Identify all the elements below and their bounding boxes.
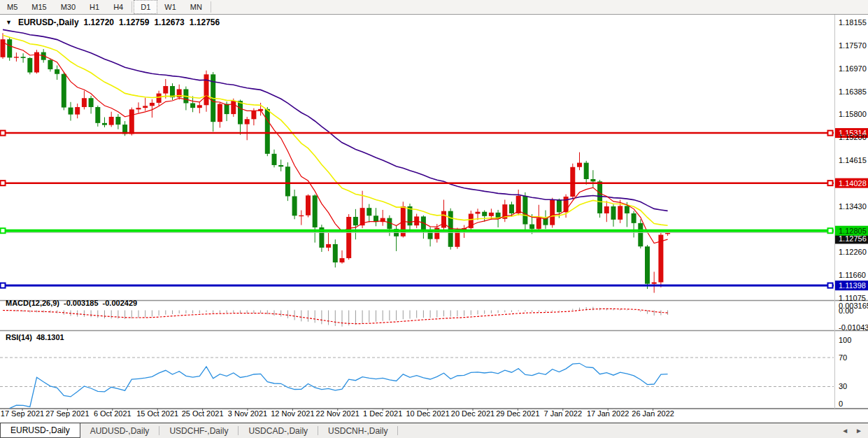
- candle: [190, 96, 195, 112]
- candle: [272, 150, 277, 168]
- ohlc-low: 1.12673: [154, 17, 184, 27]
- candle: [136, 102, 141, 113]
- timeframe-button-mn[interactable]: MN: [183, 0, 209, 14]
- candle: [373, 208, 378, 226]
- line-handle-right[interactable]: [828, 283, 833, 288]
- svg-text:12 Nov 2021: 12 Nov 2021: [271, 409, 314, 418]
- svg-text:1.18155: 1.18155: [839, 18, 867, 27]
- line-handle-left[interactable]: [1, 228, 6, 233]
- chart-title: ▼ EURUSD-,Daily 1.12720 1.12759 1.12673 …: [6, 17, 220, 27]
- line-handle-left[interactable]: [1, 131, 6, 136]
- mt4-terminal-window: M5 M15 M30 H1 H4 D1 W1 MN 1.153141.14028…: [0, 0, 868, 438]
- ohlc-open: 1.12720: [84, 17, 114, 27]
- tab-eurusd-daily[interactable]: EURUSD-,Daily: [0, 423, 80, 438]
- tab-scroll-left-icon[interactable]: ◄: [841, 427, 848, 435]
- toolbar-separator: [131, 1, 132, 13]
- svg-text:10 Dec 2021: 10 Dec 2021: [406, 409, 449, 418]
- candle: [245, 117, 250, 140]
- macd-pane: [3, 307, 668, 327]
- candle: [665, 232, 670, 236]
- toolbar-separator: [211, 1, 211, 13]
- svg-text:7 Jan 2022: 7 Jan 2022: [544, 409, 582, 418]
- svg-text:1.13430: 1.13430: [839, 202, 867, 211]
- candle: [27, 57, 32, 74]
- date-axis: 17 Sep 202127 Sep 20216 Oct 202115 Oct 2…: [1, 409, 674, 418]
- chart-symbol-label: EURUSD-,Daily: [18, 17, 79, 27]
- candle: [95, 106, 100, 127]
- svg-text:70: 70: [839, 353, 847, 362]
- candle: [326, 233, 331, 251]
- timeframe-button-m5[interactable]: M5: [0, 0, 24, 14]
- svg-text:17 Jan 2022: 17 Jan 2022: [587, 409, 629, 418]
- timeframe-button-h4[interactable]: H4: [106, 0, 130, 14]
- line-handle-left[interactable]: [1, 283, 6, 288]
- candle: [353, 209, 358, 239]
- macd-name: MACD(12,26,9): [6, 299, 59, 307]
- tab-audusd-daily[interactable]: AUDUSD-,Daily: [80, 423, 159, 438]
- candle: [157, 91, 162, 106]
- candle: [55, 65, 59, 80]
- svg-text:3 Nov 2021: 3 Nov 2021: [228, 409, 267, 418]
- candle: [278, 160, 283, 171]
- line-handle-right[interactable]: [828, 228, 833, 233]
- candle: [143, 98, 148, 111]
- candle: [319, 225, 324, 252]
- candle: [604, 201, 609, 222]
- svg-text:29 Dec 2021: 29 Dec 2021: [496, 409, 539, 418]
- candle: [632, 211, 636, 238]
- macd-value: -0.003185: [64, 299, 99, 307]
- tab-label: USDCNH-,Daily: [328, 426, 387, 436]
- svg-text:30: 30: [839, 382, 847, 390]
- candle: [89, 96, 94, 114]
- svg-text:0.00: 0.00: [839, 306, 853, 315]
- candle: [129, 108, 134, 136]
- candle: [645, 245, 650, 289]
- candle: [590, 170, 595, 187]
- svg-text:17 Sep 2021: 17 Sep 2021: [1, 409, 44, 418]
- chart-canvas[interactable]: 1.153141.140281.127561.113981.128051.181…: [0, 0, 868, 438]
- timeframe-button-d1[interactable]: D1: [134, 0, 157, 14]
- tab-usdcad-daily[interactable]: USDCAD-,Daily: [239, 423, 318, 438]
- svg-text:1 Dec 2021: 1 Dec 2021: [363, 409, 402, 418]
- tab-label: USDCAD-,Daily: [248, 426, 308, 436]
- chart-dropdown-icon[interactable]: ▼: [6, 19, 12, 26]
- candle: [218, 102, 222, 127]
- candle: [48, 59, 52, 71]
- candle: [1, 33, 6, 59]
- tab-scroll-right-icon[interactable]: ►: [855, 427, 862, 435]
- candle: [306, 195, 311, 218]
- svg-text:1.15200: 1.15200: [839, 133, 867, 141]
- macd-indicator-label: MACD(12,26,9) -0.003185 -0.002429: [6, 299, 137, 307]
- timeframe-button-h1[interactable]: H1: [83, 0, 106, 14]
- timeframe-button-m15[interactable]: M15: [24, 0, 53, 14]
- svg-text:1.12756: 1.12756: [839, 234, 867, 243]
- candle: [183, 87, 188, 111]
- timeframe-button-w1[interactable]: W1: [157, 0, 183, 14]
- candle: [115, 114, 120, 129]
- ohlc-high: 1.12759: [119, 17, 149, 27]
- candle: [340, 250, 345, 264]
- candle: [611, 204, 616, 227]
- svg-text:100: 100: [839, 336, 851, 344]
- candle: [69, 102, 73, 121]
- svg-text:1.17570: 1.17570: [839, 41, 867, 50]
- timeframe-button-m30[interactable]: M30: [54, 0, 83, 14]
- candle: [577, 153, 582, 171]
- tab-scroll-controls: ◄ ►: [841, 423, 868, 438]
- svg-text:1.14028: 1.14028: [839, 179, 867, 188]
- candle: [597, 180, 602, 218]
- line-handle-right[interactable]: [828, 131, 833, 136]
- line-handle-right[interactable]: [828, 181, 833, 185]
- pane-frames: [0, 15, 868, 409]
- ohlc-close: 1.12756: [190, 17, 220, 27]
- candle: [238, 99, 243, 134]
- line-handle-left[interactable]: [1, 181, 6, 185]
- svg-text:1.16385: 1.16385: [839, 87, 867, 96]
- candle: [7, 37, 12, 61]
- candle: [197, 101, 202, 113]
- candle: [75, 104, 80, 118]
- candle: [285, 162, 290, 201]
- tab-usdchf-daily[interactable]: USDCHF-,Daily: [159, 423, 238, 438]
- candle: [333, 239, 338, 267]
- tab-usdcnh-daily[interactable]: USDCNH-,Daily: [318, 423, 397, 438]
